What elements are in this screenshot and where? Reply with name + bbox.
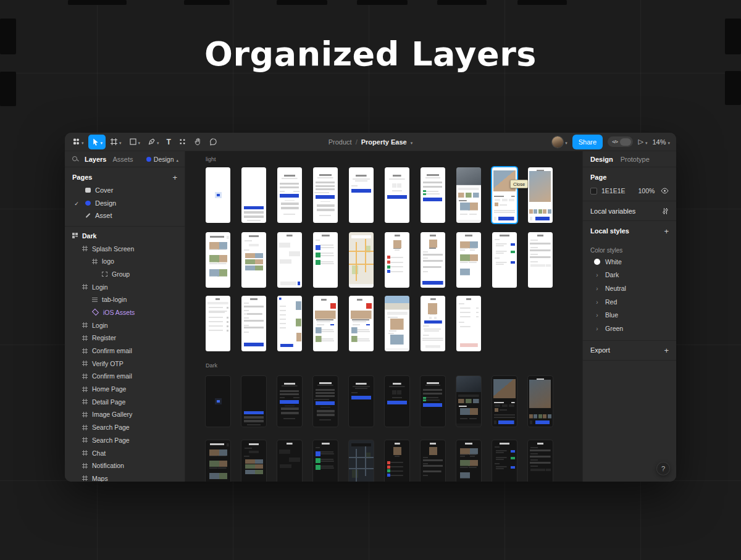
chevron-down-icon[interactable] bbox=[411, 138, 413, 146]
canvas-frame-splash-light[interactable] bbox=[206, 167, 230, 223]
layer-row-maps[interactable]: Maps bbox=[65, 472, 185, 482]
canvas-frame-login-light[interactable] bbox=[277, 167, 302, 223]
avatar[interactable] bbox=[552, 136, 563, 148]
search-icon[interactable] bbox=[72, 156, 78, 162]
canvas-frame-searchres-dark[interactable] bbox=[206, 440, 230, 482]
canvas-frame-map-light[interactable] bbox=[349, 232, 374, 288]
canvas-frame-galleryt-dark[interactable] bbox=[241, 440, 266, 482]
canvas-frame-onboarding-light[interactable] bbox=[241, 167, 266, 223]
canvas-section-label-dark[interactable]: Dark bbox=[206, 362, 217, 369]
canvas-frame-galleryd-dark[interactable] bbox=[528, 376, 553, 427]
canvas-frame-otp-dark[interactable] bbox=[385, 376, 409, 427]
canvas-frame-form-light[interactable] bbox=[241, 296, 266, 351]
canvas-frame-galleryt-light[interactable] bbox=[241, 232, 266, 288]
canvas-frame-filter-dark[interactable] bbox=[528, 440, 553, 482]
visibility-toggle[interactable] bbox=[661, 188, 669, 194]
canvas-frame-detail-light[interactable] bbox=[492, 167, 517, 223]
canvas-frame-onboarding-dark[interactable] bbox=[241, 376, 266, 427]
canvas-frame-notif-light[interactable] bbox=[313, 232, 338, 288]
layer-row-tab-login[interactable]: tab-login bbox=[65, 293, 185, 306]
present-button[interactable] bbox=[638, 138, 647, 146]
layer-row-image-gallery[interactable]: Image Gallery bbox=[65, 408, 185, 421]
page-selector[interactable]: Design bbox=[146, 156, 178, 163]
zoom-menu[interactable]: 14% bbox=[652, 138, 670, 146]
breadcrumb-project[interactable]: Product bbox=[329, 138, 352, 146]
canvas-frame-register-dark[interactable] bbox=[313, 376, 338, 427]
canvas-frame-login-dark[interactable] bbox=[277, 376, 302, 427]
layer-row-group[interactable]: Group bbox=[65, 268, 185, 281]
canvas-frame-searchres-light[interactable] bbox=[206, 232, 230, 288]
pen-tool-button[interactable] bbox=[144, 135, 162, 149]
canvas-frame-filter-light[interactable] bbox=[528, 232, 553, 288]
color-style-white[interactable]: White bbox=[583, 255, 676, 269]
color-style-red[interactable]: Red bbox=[583, 295, 676, 309]
breadcrumb-file-name[interactable]: Property Ease bbox=[361, 138, 407, 146]
layer-row-splash-screen[interactable]: Splash Screen bbox=[65, 242, 185, 255]
canvas-frame-home-dark[interactable] bbox=[456, 376, 481, 427]
color-style-blue[interactable]: Blue bbox=[583, 308, 676, 322]
canvas-frame-createpw-dark[interactable] bbox=[421, 376, 445, 427]
account-menu[interactable] bbox=[552, 136, 567, 148]
canvas-frame-favorites-light[interactable] bbox=[456, 232, 481, 288]
canvas-frame-home-light[interactable] bbox=[456, 167, 481, 223]
canvas-frame-profile-dark[interactable] bbox=[385, 440, 409, 482]
page-item-asset[interactable]: Asset bbox=[65, 209, 185, 222]
layer-row-login[interactable]: Login bbox=[65, 319, 185, 332]
canvas-frame-register-light[interactable] bbox=[313, 167, 338, 223]
canvas[interactable]: Close lightDark bbox=[185, 151, 582, 482]
canvas-frame-galleryd-light[interactable] bbox=[528, 167, 553, 223]
color-style-green[interactable]: Green bbox=[583, 322, 676, 335]
canvas-frame-faq-light[interactable] bbox=[206, 296, 230, 351]
canvas-frame-editprof-light[interactable] bbox=[421, 232, 445, 288]
layer-row-search-page[interactable]: Search Page bbox=[65, 434, 185, 447]
canvas-frame-blog-light[interactable] bbox=[313, 296, 338, 351]
canvas-frame-detail-dark[interactable] bbox=[492, 376, 517, 427]
layer-row-chat[interactable]: Chat bbox=[65, 446, 185, 459]
canvas-frame-menu-light[interactable] bbox=[277, 296, 302, 351]
shape-tool-button[interactable] bbox=[126, 135, 144, 149]
canvas-frame-transact-dark[interactable] bbox=[492, 440, 517, 482]
canvas-frame-chat-dark[interactable] bbox=[277, 440, 302, 482]
frame-tool-button[interactable] bbox=[107, 135, 125, 149]
color-style-neutral[interactable]: Neutral bbox=[583, 282, 676, 295]
canvas-frame-profile-light[interactable] bbox=[385, 232, 409, 288]
layer-row-register[interactable]: Register bbox=[65, 332, 185, 345]
canvas-frame-splash-dark[interactable] bbox=[206, 376, 230, 427]
canvas-frame-createpw-light[interactable] bbox=[421, 167, 445, 223]
canvas-frame-favorites-dark[interactable] bbox=[456, 440, 481, 482]
layer-row-home-page[interactable]: Home Page bbox=[65, 383, 185, 396]
add-style-button[interactable] bbox=[664, 227, 669, 236]
canvas-frame-transact-light[interactable] bbox=[492, 232, 517, 288]
canvas-frame-otp-light[interactable] bbox=[385, 167, 409, 223]
canvas-frame-confirm-light[interactable] bbox=[349, 167, 374, 223]
add-page-button[interactable] bbox=[172, 173, 177, 182]
open-variables-button[interactable] bbox=[662, 207, 669, 215]
layer-row-notification[interactable]: Notification bbox=[65, 459, 185, 472]
actions-button[interactable] bbox=[175, 135, 190, 149]
layer-row-confirm-email[interactable]: Confirm email bbox=[65, 370, 185, 383]
main-menu-button[interactable] bbox=[69, 135, 87, 149]
canvas-frame-notif-dark[interactable] bbox=[313, 440, 338, 482]
layer-row-ios-assets[interactable]: iOS Assets bbox=[65, 306, 185, 319]
layer-row-confirm-email[interactable]: Confirm email bbox=[65, 345, 185, 357]
page-color-swatch[interactable] bbox=[590, 188, 597, 194]
page-item-cover[interactable]: Cover bbox=[65, 184, 185, 197]
page-color-hex[interactable]: 1E1E1E bbox=[601, 187, 626, 194]
canvas-frame-blog-light[interactable] bbox=[349, 296, 374, 351]
color-style-dark[interactable]: Dark bbox=[583, 269, 676, 282]
canvas-frame-settingsred-light[interactable] bbox=[456, 296, 481, 351]
hand-tool-button[interactable] bbox=[191, 135, 205, 149]
tab-design[interactable]: Design bbox=[590, 156, 613, 163]
text-tool-button[interactable] bbox=[164, 135, 174, 149]
share-button[interactable]: Share bbox=[572, 135, 603, 149]
canvas-frame-editprof-dark[interactable] bbox=[421, 440, 445, 482]
tab-prototype[interactable]: Prototype bbox=[621, 156, 650, 163]
canvas-frame-map-dark[interactable] bbox=[349, 440, 374, 482]
canvas-frame-agent-light[interactable] bbox=[385, 296, 409, 351]
page-color-opacity[interactable]: 100% bbox=[638, 187, 655, 194]
dev-mode-toggle[interactable]: </> bbox=[608, 136, 633, 147]
layer-row-logo[interactable]: logo bbox=[65, 255, 185, 268]
help-button[interactable]: ? bbox=[656, 462, 670, 475]
tab-assets[interactable]: Assets bbox=[112, 156, 133, 163]
layer-row-search-page[interactable]: Search Page bbox=[65, 421, 185, 434]
